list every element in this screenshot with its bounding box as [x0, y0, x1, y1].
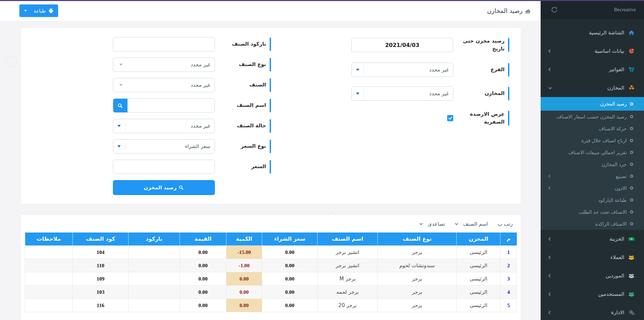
users-icon	[628, 292, 635, 297]
sidebar-item-warehouses[interactable]: المخازن	[541, 79, 644, 97]
col-header-item-name[interactable]: اسم الصنف	[318, 233, 378, 245]
field-label: المخازن	[453, 87, 509, 100]
balance-date-input[interactable]	[351, 38, 453, 52]
col-header-quantity[interactable]: الكمية	[226, 233, 262, 245]
col-header-store[interactable]: المخزن	[457, 233, 501, 245]
chevron-down-icon	[455, 223, 458, 225]
pie-chart-icon	[628, 48, 635, 54]
sidebar-item-basic-data[interactable]: بيانات اساسية	[541, 42, 644, 60]
col-header-no[interactable]: م	[501, 233, 517, 245]
sort-label: رتب ب	[497, 221, 513, 227]
submenu-item-items-movement[interactable]: حركة الاصناف	[541, 123, 644, 134]
sidebar-item-label: الموردين	[606, 273, 624, 279]
submenu-item-label: رصيد المخزن	[600, 101, 627, 107]
chevron-left-icon	[548, 292, 551, 296]
submenu-item-items-under-reorder[interactable]: الاصناف تحت حد الطلب	[541, 206, 644, 218]
sort-field-select[interactable]: اسم الصنف	[455, 221, 488, 227]
page-header: رصيد المخازن طباعة	[0, 0, 541, 22]
watermark-shape	[5, 56, 17, 67]
field-label: الصنف	[215, 78, 271, 92]
table-row: 2 الرئيسى سندوتشات لحوم اتشيز برجر 0.00 …	[25, 259, 517, 272]
sort-row: رتب ب اسم الصنف تصاعدى	[25, 220, 517, 233]
sidebar-item-suppliers[interactable]: الموردين	[541, 267, 644, 285]
chevron-left-icon	[548, 255, 551, 259]
top-accent-strip	[0, 0, 644, 1]
col-header-notes[interactable]: ملاحظات	[25, 233, 73, 245]
item-select[interactable]: غير محدد	[113, 78, 215, 92]
submenu-item-label: ارباح اصناف خلال فترة	[581, 138, 627, 143]
warehouse-select[interactable]: غير محدد	[351, 86, 453, 101]
submenu-item-label: حركة الاصناف	[599, 126, 627, 131]
submenu-item-label: جرد المخازن	[601, 162, 627, 167]
submenu-item-items-profit[interactable]: ارباح اصناف خلال فترة	[541, 134, 644, 146]
sidebar-item-label: الفواتير	[609, 66, 624, 73]
sidebar-item-home[interactable]: الشاشة الرئيسية	[541, 23, 644, 42]
item-barcode-input[interactable]	[113, 37, 215, 51]
page-title-wrap: رصيد المخازن	[487, 7, 530, 14]
label-accent-bar	[270, 119, 271, 133]
sidebar-item-users[interactable]: المستخدمين	[541, 285, 644, 303]
bar-chart-icon	[525, 8, 530, 14]
col-header-value[interactable]: القيمة	[180, 233, 226, 245]
submenu-item-inventory-count[interactable]: جرد المخازن	[541, 158, 644, 170]
submenu-item-stock-balance-by-prices[interactable]: رصيد المخزن حسب اسعار الاصناف	[541, 111, 644, 123]
print-button[interactable]: طباعة	[19, 4, 58, 17]
item-status-select[interactable]: غير محدد	[113, 119, 215, 133]
submenu-item-label: تقرير اجمالى مبيعات الاصناف	[569, 150, 627, 155]
col-header-item-code[interactable]: كود الصنف	[72, 233, 128, 245]
sidebar-item-label: العملاء	[610, 254, 624, 260]
caret-down-icon	[352, 65, 364, 74]
field-row-price-type: نوع السعر سعر الشراء	[32, 139, 271, 154]
search-icon	[179, 185, 184, 190]
col-header-item-type[interactable]: نوع الصنف	[377, 233, 457, 245]
label-accent-bar	[508, 111, 509, 126]
search-icon	[118, 103, 123, 108]
field-row-branch: الفرع غير محدد	[271, 63, 510, 77]
submenu-item-total-sales-report[interactable]: تقرير اجمالى مبيعات الاصناف	[541, 146, 644, 158]
warehouses-submenu: رصيد المخزن رصيد المخزن حسب اسعار الاصنا…	[541, 97, 644, 230]
price-input[interactable]	[113, 160, 215, 174]
chevron-left-icon	[548, 49, 551, 53]
field-label: الفرع	[453, 63, 509, 77]
sidebar-item-customers[interactable]: العملاء	[541, 248, 644, 267]
stock-balance-submit-button[interactable]: رصيد المخزن	[113, 180, 215, 195]
submenu-item-stagnant-items[interactable]: الاصناف الراكدة	[541, 218, 644, 230]
field-row-item-barcode: باركود الصنف	[32, 37, 271, 51]
refresh-icon[interactable]	[551, 6, 557, 13]
branch-select[interactable]: غير محدد	[351, 63, 453, 77]
submenu-item-permits[interactable]: الاذون	[541, 182, 644, 194]
app-root: Becreative الشاشة الرئيسية بيانات اساسية	[0, 0, 644, 320]
col-header-buy-price[interactable]: سعر الشراء	[262, 233, 318, 245]
cart-icon	[628, 67, 635, 72]
sidebar-item-label: الخزينة	[610, 236, 624, 242]
circle-icon	[630, 139, 633, 142]
label-accent-bar	[270, 78, 271, 92]
field-row-item-type: نوع الصنف غير محدد	[32, 58, 271, 72]
field-row-price: السعر	[32, 160, 271, 174]
sort-direction-select[interactable]: تصاعدى	[419, 221, 445, 227]
sidebar-item-treasury[interactable]: الخزينة	[541, 230, 644, 248]
show-zero-balances-checkbox[interactable]	[447, 115, 453, 121]
sidebar-item-invoices[interactable]: الفواتير	[541, 60, 644, 79]
circle-icon	[630, 175, 633, 178]
circle-icon	[630, 102, 633, 106]
filter-card: رصيد مخزن حتى تاريخ الفرع	[20, 27, 521, 204]
item-type-select[interactable]: غير محدد	[113, 58, 215, 72]
submenu-item-stock-balance[interactable]: رصيد المخزن	[541, 97, 644, 111]
money-icon	[628, 236, 635, 242]
field-label: باركود الصنف	[215, 37, 271, 51]
caret-down-icon	[119, 64, 123, 66]
caret-down-icon	[24, 10, 27, 12]
circle-icon	[630, 127, 633, 130]
col-header-barcode[interactable]: باركود	[129, 233, 180, 245]
submenu-item-barcode-printing[interactable]: طباعة الباركود	[541, 194, 644, 206]
sidebar-item-label: المخازن	[607, 85, 624, 91]
item-name-input[interactable]	[128, 99, 215, 112]
item-name-search-button[interactable]	[113, 98, 128, 113]
chevron-left-icon	[548, 237, 551, 241]
field-row-balance-date: رصيد مخزن حتى تاريخ	[271, 37, 510, 53]
sidebar-item-administration[interactable]: الادارة	[541, 303, 644, 320]
price-type-select[interactable]: سعر الشراء	[113, 139, 215, 154]
field-row-item-name: اسم الصنف	[32, 98, 271, 113]
submenu-item-manufacturing[interactable]: تصنيع	[541, 170, 644, 182]
